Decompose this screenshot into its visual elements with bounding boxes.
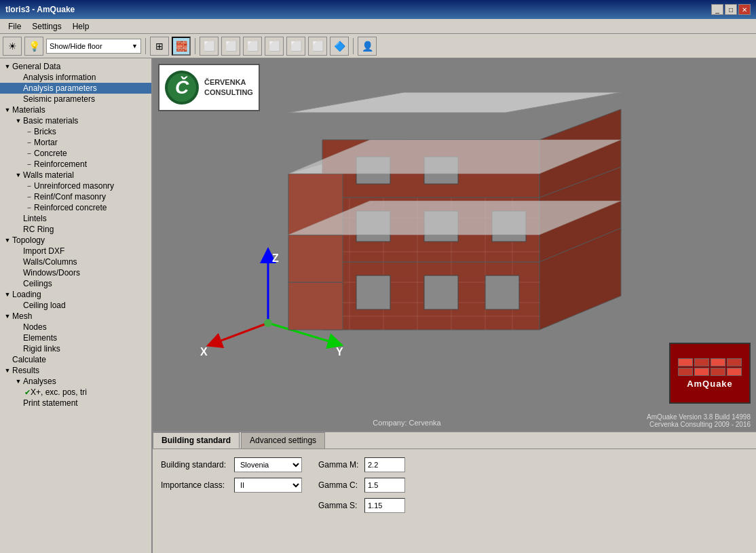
- show-hide-floor-combo[interactable]: Show/Hide floor ▼: [46, 39, 141, 54]
- expander-analyses[interactable]: ▼: [14, 377, 23, 386]
- view-icon-6[interactable]: ⬜: [308, 37, 327, 56]
- tree-item-lintels[interactable]: Lintels: [0, 213, 151, 224]
- expander-reinforced-concrete: –: [24, 203, 34, 212]
- tree-item-reinforced-concrete[interactable]: – Reinforced concrete: [0, 202, 151, 213]
- tree-label-x-exc-pos-tri: X+, exc. pos, tri: [31, 387, 87, 397]
- window-title: tloris3 - AmQuake: [5, 5, 75, 14]
- version-text: AmQuake Version 3.8 Build 14998: [647, 413, 751, 421]
- tree-label-concrete: Concrete: [34, 149, 67, 158]
- tree-item-results[interactable]: ▼ Results: [0, 365, 151, 376]
- tree-item-loading[interactable]: ▼ Loading: [0, 289, 151, 300]
- importance-class-select[interactable]: II: [234, 478, 302, 493]
- gamma-c-input[interactable]: [364, 478, 405, 493]
- tree-item-analysis-information[interactable]: Analysis information: [0, 72, 151, 83]
- tree-item-materials[interactable]: ▼ Materials: [0, 104, 151, 115]
- view-icon-3[interactable]: ⬜: [243, 37, 262, 56]
- menu-settings[interactable]: Settings: [26, 20, 67, 33]
- tree-item-general-data[interactable]: ▼ General Data: [0, 61, 151, 72]
- maximize-button[interactable]: □: [725, 4, 737, 15]
- expander-ceiling-load: [14, 301, 23, 310]
- form-row-gamma-c: Gamma C:: [318, 478, 405, 493]
- view-icon-1[interactable]: ⬜: [200, 37, 219, 56]
- minimize-button[interactable]: _: [711, 4, 723, 15]
- left-panel: ▼ General Data Analysis information Anal…: [0, 58, 153, 553]
- tree-item-topology[interactable]: ▼ Topology: [0, 235, 151, 246]
- expander-general-data[interactable]: ▼: [3, 62, 12, 71]
- view-icon-5[interactable]: ⬜: [286, 37, 305, 56]
- menu-help[interactable]: Help: [67, 20, 95, 33]
- tree-item-basic-materials[interactable]: ▼ Basic materials: [0, 115, 151, 126]
- tree-label-topology: Topology: [12, 235, 45, 245]
- brick-5: [678, 368, 693, 376]
- tree-item-import-dxf[interactable]: Import DXF: [0, 246, 151, 256]
- tree-item-bricks[interactable]: – Bricks: [0, 126, 151, 137]
- expander-walls-columns: [14, 257, 23, 267]
- company-text: Company: Cervenka: [373, 419, 440, 427]
- tree-label-results: Results: [12, 366, 39, 375]
- tree-item-rc-ring[interactable]: RC Ring: [0, 224, 151, 235]
- tree-label-mesh: Mesh: [12, 311, 32, 321]
- menu-bar: File Settings Help: [0, 19, 756, 34]
- expander-loading[interactable]: ▼: [3, 290, 12, 299]
- title-bar: tloris3 - AmQuake _ □ ✕: [0, 0, 756, 19]
- tree-item-reinforcement[interactable]: – Reinforcement: [0, 159, 151, 170]
- tree-item-windows-doors[interactable]: Windows/Doors: [0, 267, 151, 278]
- tree-label-walls-columns: Walls/Columns: [23, 257, 77, 267]
- menu-file[interactable]: File: [3, 20, 26, 33]
- close-button[interactable]: ✕: [738, 4, 751, 15]
- tree-item-concrete[interactable]: – Concrete: [0, 148, 151, 159]
- expander-topology[interactable]: ▼: [3, 235, 12, 245]
- tab-building-standard[interactable]: Building standard: [153, 432, 240, 449]
- tree-item-analysis-parameters[interactable]: Analysis parameters: [0, 83, 151, 94]
- svg-text:Z: Z: [272, 252, 279, 264]
- tree-item-ceiling-load[interactable]: Ceiling load: [0, 300, 151, 311]
- tree-item-x-exc-pos-tri[interactable]: ✔ X+, exc. pos, tri: [0, 387, 151, 398]
- view-icon-4[interactable]: ⬜: [265, 37, 284, 56]
- chevron-down-icon: ▼: [132, 43, 138, 50]
- tree-item-print-statement[interactable]: Print statement: [0, 398, 151, 408]
- expander-mesh[interactable]: ▼: [3, 311, 12, 321]
- tree-item-nodes[interactable]: Nodes: [0, 322, 151, 332]
- grid-icon[interactable]: ⊞: [150, 37, 169, 56]
- expander-walls-material[interactable]: ▼: [14, 170, 23, 180]
- expander-reinforcement: –: [24, 159, 34, 169]
- wall-view-icon[interactable]: 🧱: [172, 37, 191, 56]
- svg-marker-43: [288, 235, 343, 282]
- tab-advanced-settings[interactable]: Advanced settings: [241, 432, 325, 449]
- tree-item-rigid-links[interactable]: Rigid links: [0, 343, 151, 354]
- tree-item-elements[interactable]: Elements: [0, 332, 151, 343]
- expander-mortar: –: [24, 138, 34, 147]
- tree-item-calculate[interactable]: Calculate: [0, 354, 151, 365]
- amquake-logo: AmQuake: [669, 343, 751, 404]
- tree-item-mortar[interactable]: – Mortar: [0, 137, 151, 148]
- expander-rc-ring: [14, 225, 23, 234]
- gamma-s-input[interactable]: [364, 498, 405, 513]
- company-info: Company: Cervenka: [153, 419, 661, 427]
- gamma-m-input[interactable]: [364, 457, 405, 472]
- lightbulb-icon[interactable]: 💡: [24, 37, 43, 56]
- expander-results[interactable]: ▼: [3, 366, 12, 375]
- window-controls[interactable]: _ □ ✕: [711, 4, 751, 15]
- expander-basic-materials[interactable]: ▼: [14, 116, 23, 126]
- gamma-c-label: Gamma C:: [318, 480, 359, 490]
- form-row-gamma-m: Gamma M:: [318, 457, 405, 472]
- toolbar-separator-2: [195, 38, 195, 54]
- tree-item-ceilings[interactable]: Ceilings: [0, 278, 151, 289]
- expander-materials[interactable]: ▼: [3, 105, 12, 115]
- cube-icon[interactable]: 🔷: [330, 37, 349, 56]
- importance-class-label: Importance class:: [161, 480, 229, 490]
- combo-label: Show/Hide floor: [50, 42, 102, 50]
- expander-elements: [14, 333, 23, 343]
- tree-item-seismic-parameters[interactable]: Seismic parameters: [0, 94, 151, 104]
- tree-item-walls-columns[interactable]: Walls/Columns: [0, 256, 151, 267]
- person-icon[interactable]: 👤: [358, 37, 377, 56]
- viewport[interactable]: Č ČERVENKA CONSULTING Z: [153, 58, 756, 431]
- tree-item-mesh[interactable]: ▼ Mesh: [0, 311, 151, 322]
- sun-icon[interactable]: ☀: [3, 37, 22, 56]
- tree-item-unreinforced-masonry[interactable]: – Unreinforced masonry: [0, 180, 151, 191]
- tree-item-walls-material[interactable]: ▼ Walls material: [0, 170, 151, 180]
- tree-item-analyses[interactable]: ▼ Analyses: [0, 376, 151, 387]
- view-icon-2[interactable]: ⬜: [221, 37, 240, 56]
- tree-item-reinf-conf-masonry[interactable]: – Reinf/Conf masonry: [0, 191, 151, 202]
- building-standard-select[interactable]: Slovenia: [234, 457, 302, 472]
